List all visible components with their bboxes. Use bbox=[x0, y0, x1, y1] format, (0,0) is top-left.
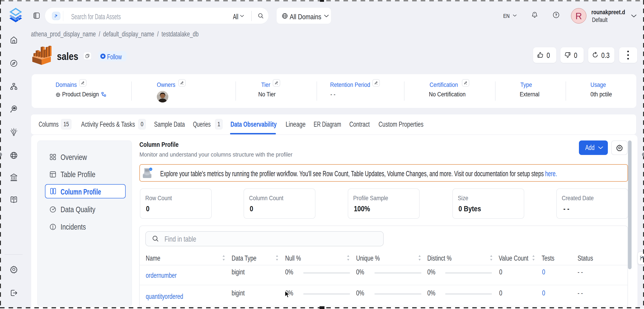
svg-text:?: ? bbox=[555, 13, 557, 17]
